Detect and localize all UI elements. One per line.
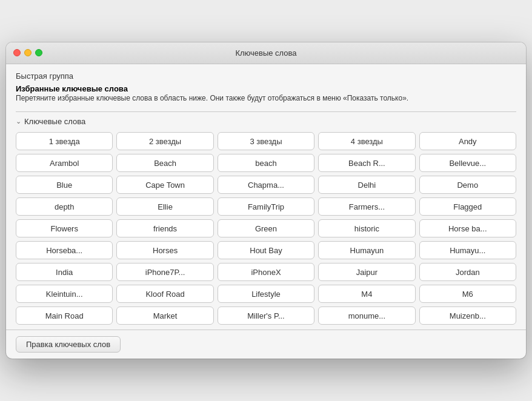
minimize-button[interactable] [24, 49, 32, 56]
keyword-button[interactable]: Farmers... [318, 197, 415, 216]
keyword-button[interactable]: Beach [116, 154, 213, 172]
keyword-button[interactable]: Horseba... [16, 241, 113, 259]
edit-keywords-button[interactable]: Правка ключевых слов [16, 336, 121, 353]
keyword-button[interactable]: 3 звезды [218, 132, 314, 150]
keyword-button[interactable]: 1 звезда [16, 132, 113, 150]
keyword-button[interactable]: Arambol [16, 154, 113, 172]
keyword-button[interactable]: monume... [318, 307, 415, 325]
window-title: Ключевые слова [235, 48, 296, 58]
keyword-button[interactable]: M4 [318, 285, 415, 303]
quick-group-label: Быстрая группа [16, 71, 516, 81]
keyword-button[interactable]: Beach R... [318, 154, 415, 172]
keyword-button[interactable]: Kleintuin... [16, 285, 113, 303]
keyword-button[interactable]: Cape Town [116, 176, 213, 194]
keyword-button[interactable]: Hout Bay [218, 241, 314, 259]
keyword-button[interactable]: Flagged [419, 197, 516, 216]
content-area: Быстрая группа Избранные ключевые слова … [6, 64, 526, 330]
maximize-button[interactable] [35, 49, 42, 56]
keyword-button[interactable]: Horse ba... [419, 219, 516, 237]
keyword-button[interactable]: Ellie [116, 197, 213, 216]
keyword-button[interactable]: Kloof Road [116, 285, 213, 303]
keyword-button[interactable]: Lifestyle [218, 285, 314, 303]
keywords-window: Ключевые слова Быстрая группа Избранные … [6, 42, 526, 359]
keyword-button[interactable]: M6 [419, 285, 516, 303]
keyword-button[interactable]: Jordan [419, 263, 516, 281]
keyword-button[interactable]: FamilyTrip [218, 197, 314, 216]
favorites-description: Перетяните избранные ключевые слова в об… [16, 93, 516, 104]
keyword-button[interactable]: Market [116, 307, 213, 325]
chevron-down-icon: ⌄ [16, 118, 21, 125]
keywords-grid: 1 звезда2 звезды3 звезды4 звездыAndyAram… [16, 132, 516, 325]
keyword-button[interactable]: friends [116, 219, 213, 237]
keyword-button[interactable]: historic [318, 219, 415, 237]
keyword-button[interactable]: Chapma... [218, 176, 314, 194]
keyword-button[interactable]: Andy [419, 132, 516, 150]
keyword-button[interactable]: iPhone7P... [116, 263, 213, 281]
favorites-section: Избранные ключевые слова Перетяните избр… [16, 84, 516, 104]
keyword-button[interactable]: Humayu... [419, 241, 516, 259]
keyword-button[interactable]: India [16, 263, 113, 281]
keyword-button[interactable]: Blue [16, 176, 113, 194]
footer: Правка ключевых слов [6, 330, 526, 359]
traffic-lights [13, 49, 42, 56]
keyword-button[interactable]: depth [16, 197, 113, 216]
keyword-button[interactable]: Delhi [318, 176, 415, 194]
keyword-button[interactable]: Muizenb... [419, 307, 516, 325]
keywords-header-label: Ключевые слова [24, 117, 85, 126]
keyword-button[interactable]: Humayun [318, 241, 415, 259]
keyword-button[interactable]: 2 звезды [116, 132, 213, 150]
keyword-button[interactable]: Flowers [16, 219, 113, 237]
keyword-button[interactable]: Miller's P... [218, 307, 314, 325]
close-button[interactable] [13, 49, 21, 56]
keyword-button[interactable]: Main Road [16, 307, 113, 325]
favorites-title: Избранные ключевые слова [16, 84, 516, 93]
keyword-button[interactable]: Horses [116, 241, 213, 259]
keywords-header: ⌄ Ключевые слова [16, 111, 516, 126]
keyword-button[interactable]: 4 звезды [318, 132, 415, 150]
keyword-button[interactable]: Bellevue... [419, 154, 516, 172]
keyword-button[interactable]: Demo [419, 176, 516, 194]
keyword-button[interactable]: beach [218, 154, 314, 172]
titlebar: Ключевые слова [6, 42, 526, 64]
keyword-button[interactable]: Jaipur [318, 263, 415, 281]
keyword-button[interactable]: iPhoneX [218, 263, 314, 281]
keyword-button[interactable]: Green [218, 219, 314, 237]
